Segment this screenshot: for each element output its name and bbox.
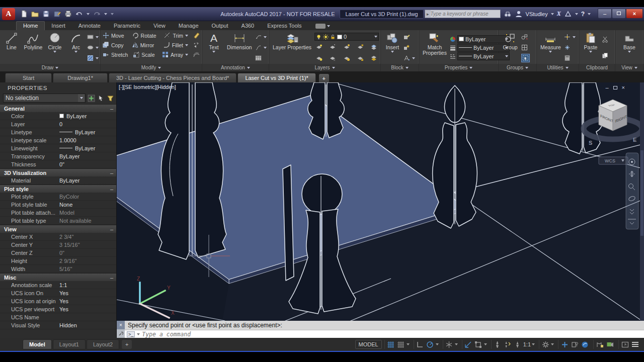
block-create-icon[interactable] (404, 43, 415, 52)
open-folder-icon[interactable] (31, 10, 39, 18)
base-button[interactable]: Base (619, 31, 639, 64)
workspace-gear-icon[interactable] (541, 340, 550, 349)
property-row[interactable]: Visual StyleHidden (0, 321, 116, 329)
circle-dropdown-icon[interactable] (53, 51, 56, 53)
rectangle-dropdown-icon[interactable] (96, 36, 99, 38)
isodraft-dropdown-icon[interactable] (455, 343, 458, 345)
property-row[interactable]: Layer0 (0, 120, 116, 128)
polar-tracking-icon[interactable] (426, 340, 435, 349)
tab-annotate[interactable]: Annotate (72, 22, 107, 30)
tab-insert[interactable]: Insert (45, 22, 72, 30)
property-row[interactable]: UCS Name (0, 313, 116, 321)
modify-panel-expand-icon[interactable] (158, 67, 161, 69)
infocenter-search[interactable]: ▸ (425, 10, 501, 18)
trim-dropdown-icon[interactable] (185, 35, 188, 37)
a360-icon[interactable] (564, 10, 572, 18)
property-row[interactable]: Thickness0" (0, 160, 116, 168)
utilities-dropdown-icon[interactable] (573, 36, 576, 38)
hatch-dropdown-icon[interactable] (96, 57, 99, 59)
annotation-panel-expand-icon[interactable] (247, 67, 250, 69)
undo-dropdown-icon[interactable] (87, 13, 90, 15)
viewcube-south-label[interactable]: S (589, 140, 592, 146)
command-close-icon[interactable]: × (117, 321, 125, 329)
view-panel-expand-icon[interactable] (634, 67, 637, 69)
drawing-canvas[interactable]: [-][SE Isometric][Hidden] – × (117, 82, 644, 321)
layer-tool-icon[interactable] (316, 55, 323, 62)
graphics-performance-icon[interactable] (605, 340, 614, 349)
leader-dropdown-icon[interactable] (264, 47, 267, 49)
osnap-dropdown-icon[interactable] (484, 343, 487, 345)
chess-piece-rook[interactable] (158, 82, 226, 259)
offset-icon[interactable] (193, 50, 200, 59)
property-row[interactable]: Linetype scale1.0000 (0, 136, 116, 144)
collapse-icon[interactable]: – (110, 106, 113, 112)
tab-home[interactable]: Home (16, 21, 45, 30)
section-3d-visualization[interactable]: 3D Visualization– (0, 168, 116, 176)
ribbon-minimize-control[interactable] (315, 24, 330, 30)
canvas-right-strip-thumb[interactable] (640, 150, 643, 236)
property-row[interactable]: LinetypeByLayer (0, 128, 116, 136)
layer-tool-icon[interactable] (316, 44, 323, 51)
command-customize-icon[interactable] (117, 329, 125, 338)
block-panel-label[interactable]: Block (381, 64, 419, 71)
properties-panel-expand-icon[interactable] (469, 67, 472, 69)
measure-dropdown-icon[interactable] (549, 51, 552, 53)
modify-panel-label[interactable]: Modify (101, 64, 202, 71)
redo-icon[interactable] (93, 10, 101, 18)
selection-dropdown-icon[interactable] (80, 97, 83, 99)
text-dropdown-icon[interactable] (212, 51, 215, 53)
property-row[interactable]: TransparencyByLayer (0, 152, 116, 160)
save-icon[interactable] (42, 10, 50, 18)
layout-tab-layout1[interactable]: Layout1 (53, 339, 86, 349)
search-history-icon[interactable]: ▸ (425, 10, 431, 18)
autocad-app-menu-icon[interactable]: A (2, 8, 15, 20)
palette-title[interactable]: PROPERTIES (0, 82, 116, 93)
stretch-button[interactable]: Stretch (103, 50, 128, 59)
layer-tool-icon[interactable] (357, 55, 364, 62)
navigation-bar[interactable] (626, 153, 638, 229)
property-row[interactable]: Plot style tableNone (0, 201, 116, 209)
plot-icon[interactable] (64, 10, 72, 18)
mirror-button[interactable]: Mirror (132, 41, 158, 49)
collapse-icon[interactable]: – (110, 170, 113, 176)
exchange-apps-icon[interactable]: X (557, 10, 561, 18)
save-as-icon[interactable] (53, 10, 61, 18)
workspace-dropdown-icon[interactable] (551, 343, 554, 345)
property-row[interactable]: MaterialByLayer (0, 176, 116, 185)
measure-button[interactable]: Measure (538, 31, 563, 64)
tab-express-tools[interactable]: Express Tools (261, 22, 308, 30)
file-tab-chess[interactable]: 3D - Laser Cutting - Chess Pieces and Bo… (109, 73, 236, 82)
new-drawing-tab-button[interactable]: + (319, 74, 329, 82)
view-panel-label[interactable]: View (615, 64, 643, 71)
rectangle-tool-icon[interactable] (87, 33, 99, 41)
section-general[interactable]: General– (0, 104, 116, 112)
polyline-button[interactable]: Polyline (23, 31, 44, 64)
search-binoculars-icon[interactable] (504, 10, 512, 18)
annotation-panel-label[interactable]: Annotation (202, 64, 269, 71)
section-plot-style[interactable]: Plot style– (0, 185, 116, 193)
properties-panel-label[interactable]: Properties (419, 64, 498, 71)
grid-display-icon[interactable] (386, 340, 395, 349)
hardware-acceleration-icon[interactable] (580, 340, 589, 349)
groups-panel-label[interactable]: Groups (499, 64, 536, 71)
tab-output[interactable]: Output (205, 22, 235, 30)
object-snap-icon[interactable] (474, 340, 483, 349)
tab-view[interactable]: View (147, 22, 172, 30)
viewcube-east-label[interactable]: E (633, 137, 636, 143)
annotation-autoscale-icon[interactable] (503, 340, 512, 349)
layout-tab-model[interactable]: Model (23, 339, 52, 349)
annotation-monitor-plus-icon[interactable] (560, 340, 569, 349)
redo-dropdown-icon[interactable] (104, 13, 107, 15)
file-tab-drawing1[interactable]: Drawing1* (53, 73, 108, 82)
section-misc[interactable]: Misc– (0, 273, 116, 281)
insert-button[interactable]: Insert (382, 31, 403, 64)
maximize-button[interactable] (612, 9, 626, 19)
copy-clip-icon[interactable] (602, 51, 608, 60)
viewport-close-icon[interactable]: × (622, 84, 625, 90)
isolate-objects-icon[interactable] (595, 340, 604, 349)
mleader-dropdown-icon[interactable] (264, 36, 267, 38)
annotation-scale-dropdown-icon[interactable] (532, 343, 535, 345)
layers-panel-expand-icon[interactable] (332, 67, 335, 69)
help-icon[interactable]: ? (581, 11, 585, 18)
tab-manage[interactable]: Manage (172, 22, 205, 30)
